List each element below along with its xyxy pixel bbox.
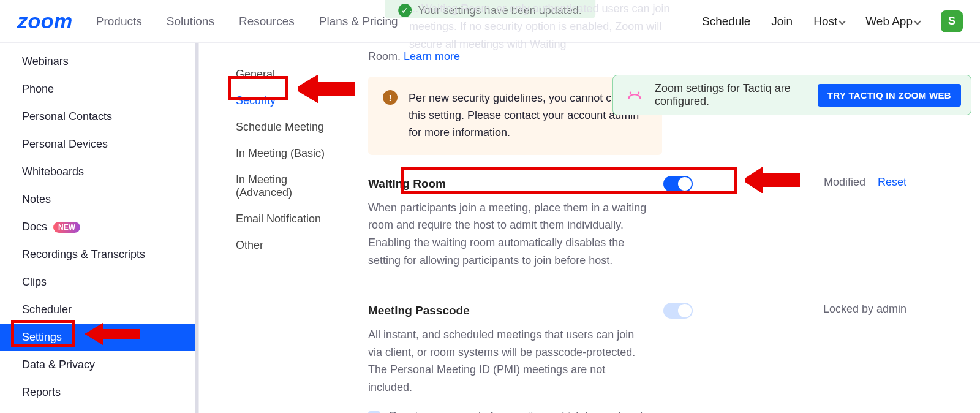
- nav-right: Schedule Join Host Web App S: [702, 10, 963, 32]
- sidebar-item-reports[interactable]: Reports: [0, 379, 198, 406]
- sidebar-item-personal-devices[interactable]: Personal Devices: [0, 131, 198, 158]
- nav-products[interactable]: Products: [96, 15, 142, 28]
- nav-solutions[interactable]: Solutions: [167, 15, 214, 28]
- nav-resources[interactable]: Resources: [239, 15, 295, 28]
- setting-meeting-passcode: Meeting Passcode Locked by admin All ins…: [368, 303, 943, 413]
- sidebar-item-webinars[interactable]: Webinars: [0, 48, 198, 75]
- waiting-room-desc: When participants join a meeting, place …: [368, 199, 650, 270]
- nav-schedule[interactable]: Schedule: [702, 15, 750, 28]
- locked-by-admin-label: Locked by admin: [823, 303, 907, 316]
- avatar[interactable]: S: [941, 10, 963, 32]
- warning-text: Per new security guidelines, you cannot …: [409, 90, 647, 142]
- sidebar: Webinars Phone Personal Contacts Persona…: [0, 43, 199, 413]
- sidebar-item-notes[interactable]: Notes: [0, 186, 198, 213]
- nav-host[interactable]: Host: [813, 15, 845, 28]
- warning-icon: !: [383, 90, 398, 105]
- new-badge: NEW: [53, 222, 80, 233]
- modified-label: Modified: [824, 176, 865, 189]
- toast-text: Your settings have been updated.: [418, 4, 582, 17]
- top-header: zoom Products Solutions Resources Plans …: [0, 0, 980, 43]
- reset-link[interactable]: Reset: [878, 176, 907, 189]
- subnav-email-notification[interactable]: Email Notification: [236, 206, 334, 232]
- setting-waiting-room: Waiting Room Modified Reset When partici…: [368, 176, 943, 270]
- require-passcode-label: Require a passcode for meetings which ha…: [389, 410, 650, 413]
- passcode-checkbox-row: Require a passcode for meetings which ha…: [368, 410, 650, 413]
- subnav-in-meeting-basic[interactable]: In Meeting (Basic): [236, 140, 334, 167]
- subnav-in-meeting-advanced[interactable]: In Meeting (Advanced): [236, 167, 334, 206]
- learn-more-line: Room. Learn more: [368, 50, 943, 63]
- passcode-title: Meeting Passcode: [368, 304, 470, 317]
- waiting-room-title: Waiting Room: [368, 177, 446, 191]
- check-icon: ✓: [398, 4, 412, 17]
- subnav-other[interactable]: Other: [236, 232, 334, 259]
- waiting-room-toggle[interactable]: [663, 176, 693, 192]
- chevron-down-icon: [839, 18, 846, 25]
- sidebar-scrollbar[interactable]: [195, 43, 198, 413]
- sidebar-item-whiteboards[interactable]: Whiteboards: [0, 158, 198, 186]
- chevron-down-icon: [914, 18, 921, 25]
- sidebar-item-scheduler[interactable]: Scheduler: [0, 296, 198, 324]
- sidebar-item-recordings[interactable]: Recordings & Transcripts: [0, 241, 198, 268]
- sidebar-item-docs[interactable]: DocsNEW: [0, 213, 198, 241]
- sidebar-item-personal-contacts[interactable]: Personal Contacts: [0, 103, 198, 131]
- settings-updated-toast: ✓ Your settings have been updated.: [385, 0, 595, 18]
- svg-point-0: [630, 91, 632, 94]
- learn-more-link[interactable]: Learn more: [404, 50, 460, 63]
- settings-subnav: General Security Schedule Meeting In Mee…: [199, 43, 346, 413]
- subnav-schedule-meeting[interactable]: Schedule Meeting: [236, 114, 334, 140]
- tactiq-banner: Zoom settings for Tactiq are configured.…: [612, 75, 971, 115]
- nav-join[interactable]: Join: [771, 15, 793, 28]
- sidebar-item-phone[interactable]: Phone: [0, 75, 198, 103]
- nav-webapp[interactable]: Web App: [865, 15, 920, 28]
- sidebar-item-settings[interactable]: Settings: [0, 324, 198, 351]
- passcode-desc: All instant, and scheduled meetings that…: [368, 326, 650, 396]
- svg-point-1: [638, 91, 640, 94]
- sidebar-item-data-privacy[interactable]: Data & Privacy: [0, 351, 198, 379]
- subnav-general[interactable]: General: [236, 61, 334, 88]
- tactiq-icon: [625, 86, 644, 104]
- tactiq-try-button[interactable]: TRY TACTIQ IN ZOOM WEB: [818, 84, 961, 107]
- tactiq-message: Zoom settings for Tactiq are configured.: [655, 82, 807, 108]
- subnav-security[interactable]: Security: [236, 88, 334, 114]
- sidebar-item-clips[interactable]: Clips: [0, 268, 198, 296]
- passcode-toggle: [663, 303, 693, 319]
- zoom-logo[interactable]: zoom: [17, 9, 73, 33]
